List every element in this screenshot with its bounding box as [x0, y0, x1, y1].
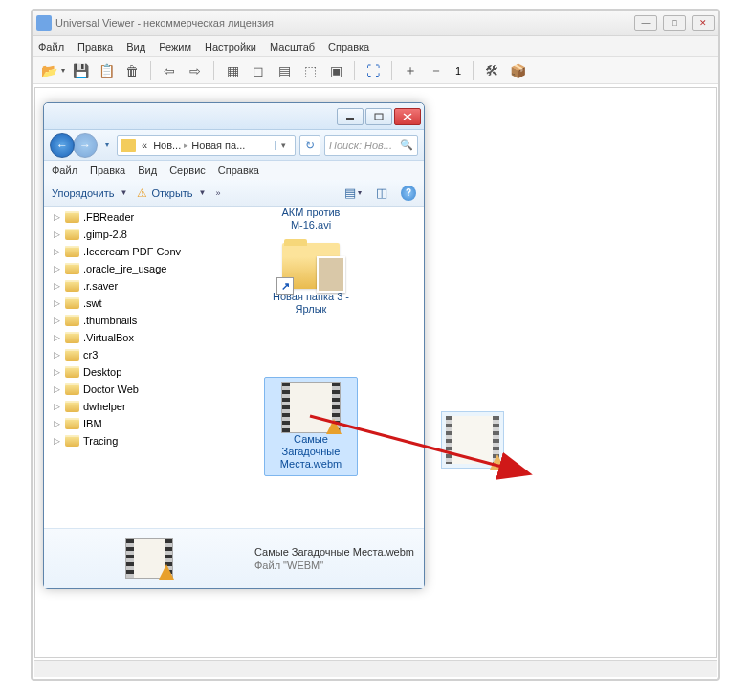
folder-icon — [65, 297, 79, 309]
print-icon[interactable]: 🗑 — [121, 60, 143, 81]
menu-zoom[interactable]: Масштаб — [270, 41, 315, 53]
zoom-in-icon[interactable]: ＋ — [400, 60, 421, 81]
folder-icon — [65, 383, 79, 395]
folder-icon — [121, 139, 136, 152]
main-statusbar — [34, 660, 717, 677]
save-icon[interactable]: 💾 — [70, 60, 91, 81]
tree-item[interactable]: ▷.gimp-2.8 — [44, 226, 210, 243]
caret-icon: ▷ — [53, 437, 61, 446]
explorer-maximize-button[interactable] — [365, 108, 392, 125]
tree-item[interactable]: ▷cr3 — [44, 346, 210, 363]
minimize-button[interactable]: — — [634, 15, 657, 31]
open-button[interactable]: ⚠ Открыть ▼ — [137, 186, 206, 200]
tree-item[interactable]: ▷.swt — [44, 295, 210, 312]
address-dropdown[interactable]: ▾ — [275, 141, 292, 150]
menu-mode[interactable]: Режим — [159, 41, 191, 53]
copy-icon[interactable]: 📋 — [96, 60, 117, 81]
folder-icon — [65, 435, 79, 447]
nav-forward-button[interactable]: → — [73, 133, 98, 158]
tree-item[interactable]: ▷.VirtualBox — [44, 329, 210, 346]
details-filename: Самые Загадочные Места.webm — [254, 546, 414, 558]
folder-tree[interactable]: ▷.FBReader▷.gimp-2.8▷.Icecream PDF Conv▷… — [44, 207, 210, 528]
exp-menu-view[interactable]: Вид — [138, 164, 157, 176]
toolbar-overflow[interactable]: » — [216, 188, 221, 198]
tree-item[interactable]: ▷Desktop — [44, 363, 210, 381]
view-mode-button[interactable]: ▤▾ — [343, 184, 363, 203]
tree-label: IBM — [83, 418, 102, 429]
nav-history-dropdown[interactable]: ▾ — [101, 137, 113, 154]
page-first-icon[interactable]: ▦ — [222, 60, 243, 81]
main-titlebar[interactable]: Universal Viewer - некоммерческая лиценз… — [33, 11, 718, 36]
preview-pane-button[interactable]: ◫ — [372, 184, 391, 203]
exp-menu-edit[interactable]: Правка — [90, 164, 125, 176]
menu-help[interactable]: Справка — [328, 41, 369, 53]
tree-item[interactable]: ▷.thumbnails — [44, 312, 210, 329]
tree-item[interactable]: ▷.Icecream PDF Conv — [44, 243, 210, 260]
close-button[interactable]: ✕ — [692, 15, 715, 31]
fit-page-icon[interactable]: ▣ — [325, 60, 346, 81]
details-thumb-icon — [125, 538, 173, 579]
search-input[interactable]: Поиск: Нов... 🔍 — [324, 135, 418, 156]
tree-label: .thumbnails — [83, 315, 137, 326]
fullscreen-icon[interactable]: ⛶ — [363, 60, 384, 81]
open-with-icon: ⚠ — [137, 186, 147, 200]
caret-icon: ▷ — [53, 403, 61, 411]
zoom-out-icon[interactable]: － — [426, 60, 447, 81]
menu-edit[interactable]: Правка — [77, 41, 113, 53]
tools-icon[interactable]: 🛠 — [481, 60, 502, 81]
page-prev-icon[interactable]: ◻ — [248, 60, 269, 81]
open-icon[interactable]: 📂 — [38, 60, 59, 81]
open-label: Открыть — [151, 187, 192, 199]
explorer-window: ← → ▾ « Нов... ▸ Новая па... ▾ ↻ Поиск: … — [43, 102, 425, 589]
nav-back-button[interactable]: ← — [50, 133, 75, 158]
folder-icon — [65, 401, 79, 412]
explorer-close-button[interactable] — [394, 108, 421, 125]
fit-width-icon[interactable]: ⬚ — [299, 60, 320, 81]
details-pane: Самые Загадочные Места.webm Файл "WEBM" — [44, 528, 424, 588]
explorer-minimize-button[interactable] — [337, 108, 364, 125]
breadcrumb-2[interactable]: Новая па... — [188, 140, 248, 151]
shortcut-badge-icon: ↗ — [276, 277, 294, 295]
back-icon[interactable]: ⇦ — [159, 60, 180, 81]
file-list[interactable]: АКМ противM-16.avi ↗ Новая папка 3 -Ярлы… — [210, 207, 424, 528]
exp-menu-help[interactable]: Справка — [218, 164, 259, 176]
tree-label: .swt — [83, 297, 102, 309]
tree-item[interactable]: ▷.r.saver — [44, 277, 210, 295]
file-label: АКМ противM-16.avi — [268, 207, 354, 231]
help-icon[interactable]: ? — [401, 186, 416, 201]
drag-ghost — [441, 411, 504, 469]
organize-button[interactable]: Упорядочить ▼ — [52, 187, 127, 199]
tree-item[interactable]: ▷IBM — [44, 415, 210, 432]
tree-label: .r.saver — [83, 280, 118, 292]
breadcrumb-prefix[interactable]: « — [139, 140, 150, 151]
chevron-down-icon: ▼ — [120, 188, 127, 197]
folder-icon: ↗ — [282, 243, 340, 289]
menu-view[interactable]: Вид — [126, 41, 145, 53]
app-icon — [36, 15, 52, 31]
tree-label: .gimp-2.8 — [83, 229, 127, 240]
tree-item[interactable]: ▷.oracle_jre_usage — [44, 260, 210, 277]
tree-label: Desktop — [83, 366, 121, 378]
tree-item[interactable]: ▷Doctor Web — [44, 381, 210, 398]
page-next-icon[interactable]: ▤ — [274, 60, 295, 81]
address-bar[interactable]: « Нов... ▸ Новая па... ▾ — [117, 135, 296, 156]
exp-menu-tools[interactable]: Сервис — [169, 164, 206, 176]
tree-item[interactable]: ▷dwhelper — [44, 398, 210, 415]
tree-item[interactable]: ▷Tracing — [44, 432, 210, 449]
breadcrumb-1[interactable]: Нов... — [150, 140, 184, 151]
tree-label: Doctor Web — [83, 383, 139, 395]
box-icon[interactable]: 📦 — [507, 60, 528, 81]
menu-file[interactable]: Файл — [38, 41, 64, 53]
tree-item[interactable]: ▷.FBReader — [44, 208, 210, 226]
file-item-video[interactable]: АКМ противM-16.avi — [268, 207, 354, 231]
file-item-selected[interactable]: СамыеЗагадочныеМеста.webm — [264, 377, 358, 476]
tree-label: .VirtualBox — [83, 332, 134, 343]
menu-settings[interactable]: Настройки — [205, 41, 256, 53]
maximize-button[interactable]: □ — [663, 15, 686, 31]
exp-menu-file[interactable]: Файл — [52, 164, 77, 176]
refresh-button[interactable]: ↻ — [299, 135, 320, 156]
file-item-shortcut[interactable]: ↗ Новая папка 3 -Ярлык — [268, 243, 354, 316]
forward-icon[interactable]: ⇨ — [185, 60, 206, 81]
explorer-toolbar: Упорядочить ▼ ⚠ Открыть ▼ » ▤▾ ◫ ? — [44, 180, 424, 207]
explorer-titlebar[interactable] — [44, 103, 424, 130]
